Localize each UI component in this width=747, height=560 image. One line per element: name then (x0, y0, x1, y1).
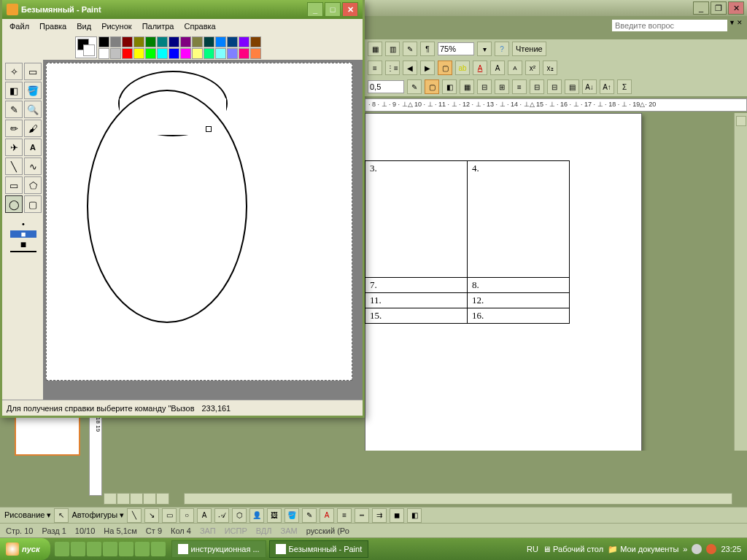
cell-4[interactable]: 4. (468, 161, 570, 278)
menu-palette[interactable]: Палитра (138, 20, 179, 32)
palette-color[interactable] (133, 36, 144, 47)
word-close[interactable]: ✕ (728, 1, 744, 15)
menu-file[interactable]: Файл (5, 20, 34, 32)
palette-color[interactable] (215, 36, 226, 47)
palette-color[interactable] (250, 48, 261, 59)
freeform-select-tool[interactable]: ✧ (5, 63, 23, 80)
word-restore[interactable]: ❐ (711, 1, 727, 15)
app-icon-3[interactable] (135, 542, 150, 556)
normal-view[interactable] (104, 493, 117, 505)
palette-color[interactable] (204, 36, 214, 47)
picker-tool[interactable]: ✎ (5, 101, 23, 118)
paint-maximize[interactable]: □ (325, 2, 341, 17)
align-icon[interactable]: ≡ (512, 79, 527, 94)
sort-desc-icon[interactable]: A↑ (600, 79, 614, 94)
paint-close[interactable]: ✕ (342, 2, 358, 17)
desktop-icon[interactable] (87, 542, 101, 556)
tray-expand[interactable]: » (683, 545, 687, 553)
columns-icon[interactable]: ▥ (385, 42, 400, 56)
indent-dec-icon[interactable]: ◀ (403, 61, 417, 75)
palette-color[interactable] (192, 48, 203, 59)
menu-help[interactable]: Справка (180, 20, 220, 32)
rect-select-tool[interactable]: ▭ (24, 63, 42, 80)
app-icon-2[interactable] (119, 542, 133, 556)
shadow-icon[interactable]: ◼ (390, 508, 404, 523)
highlight-icon[interactable]: ab (455, 61, 470, 75)
indent-inc-icon[interactable]: ▶ (420, 61, 435, 75)
select-objects-icon[interactable]: ↖ (54, 508, 69, 523)
rectangle-tool[interactable]: ▭ (5, 176, 23, 194)
arrow-style-icon[interactable]: ⇉ (372, 508, 387, 523)
autoshapes-menu[interactable]: Автофигуры ▾ (71, 510, 124, 520)
wordart-icon[interactable]: 𝒜 (214, 508, 229, 523)
size-3[interactable]: ■ (10, 241, 36, 248)
distribute-cols-icon[interactable]: ⊟ (547, 79, 562, 94)
palette-color[interactable] (133, 48, 144, 59)
tray-icon-1[interactable] (692, 544, 702, 554)
merge-icon[interactable]: ⊟ (477, 79, 492, 94)
palette-color[interactable] (192, 36, 203, 47)
diagram-icon[interactable]: ⬡ (232, 508, 247, 523)
drawing-icon[interactable]: ✎ (403, 42, 417, 56)
paint-minimize[interactable]: _ (307, 2, 323, 17)
oval-icon[interactable]: ○ (179, 508, 194, 523)
palette-color[interactable] (169, 48, 179, 59)
palette-color[interactable] (145, 48, 156, 59)
shrink-font-icon[interactable]: A (508, 61, 522, 75)
tray-icon-2[interactable] (706, 544, 716, 554)
palette-color[interactable] (250, 36, 261, 47)
pen-icon[interactable]: ✎ (407, 79, 422, 94)
text-tool[interactable]: A (24, 139, 42, 156)
word-scrollbar[interactable] (734, 113, 747, 451)
cell-3[interactable]: 3. (365, 161, 468, 278)
subscript-icon[interactable]: x₂ (543, 61, 557, 75)
question-close[interactable]: ✕ (737, 19, 743, 26)
menu-view[interactable]: Вид (72, 20, 96, 32)
outline-view[interactable] (143, 493, 156, 505)
magnifier-tool[interactable]: 🔍 (24, 101, 42, 118)
palette-color[interactable] (227, 36, 238, 47)
rounded-rect-tool[interactable]: ▢ (24, 195, 42, 213)
split-icon[interactable]: ⊞ (495, 79, 509, 94)
linewidth-input[interactable] (368, 80, 404, 93)
ellipse-tool[interactable]: ◯ (5, 195, 23, 213)
line-style-icon[interactable]: ≡ (337, 508, 352, 523)
word-table[interactable]: 3.4. 7.8. 11.12. 15.16. (365, 160, 570, 324)
palette-color[interactable] (98, 48, 109, 59)
help-question-input[interactable] (611, 19, 728, 32)
cell-15[interactable]: 15. (365, 308, 468, 324)
dash-style-icon[interactable]: ┅ (355, 508, 369, 523)
palette-color[interactable] (180, 36, 191, 47)
distribute-rows-icon[interactable]: ⊟ (530, 79, 544, 94)
cell-7[interactable]: 7. (365, 278, 468, 293)
palette-color[interactable] (215, 48, 226, 59)
horizontal-scrollbar[interactable] (184, 493, 732, 505)
brush-tool[interactable]: 🖌 (24, 120, 42, 137)
arrow-icon[interactable]: ↘ (144, 508, 159, 523)
cell-11[interactable]: 11. (365, 293, 468, 308)
pencil-tool[interactable]: ✏ (5, 120, 23, 137)
polygon-tool[interactable]: ⬠ (24, 176, 42, 194)
rectangle-icon[interactable]: ▭ (162, 508, 177, 523)
size-2[interactable]: ■ (10, 230, 36, 238)
fill-style[interactable] (10, 251, 36, 252)
palette-color[interactable] (227, 48, 238, 59)
eraser-tool[interactable]: ◧ (5, 82, 23, 99)
textbox-icon[interactable]: A (197, 508, 212, 523)
sort-asc-icon[interactable]: A↓ (582, 79, 597, 94)
palette-color[interactable] (239, 48, 249, 59)
paragraph-icon[interactable]: ¶ (420, 42, 435, 56)
zoom-input[interactable] (438, 42, 474, 55)
scroll-up-icon[interactable] (736, 116, 746, 126)
curve-tool[interactable]: ∿ (24, 158, 42, 175)
line-icon[interactable]: ╲ (127, 508, 142, 523)
desktop-toolbar[interactable]: 🖥 Рабочий стол (543, 545, 603, 553)
border-style-icon[interactable]: ▢ (425, 79, 439, 94)
clipart-icon[interactable]: 👤 (249, 508, 264, 523)
fill-tool[interactable]: 🪣 (24, 82, 42, 99)
numbering-icon[interactable]: ⋮≡ (385, 61, 400, 75)
tables-icon[interactable]: ▦ (368, 42, 382, 56)
line-color-icon[interactable]: ✎ (302, 508, 317, 523)
ie-icon[interactable] (55, 542, 69, 556)
palette-color[interactable] (157, 36, 168, 47)
